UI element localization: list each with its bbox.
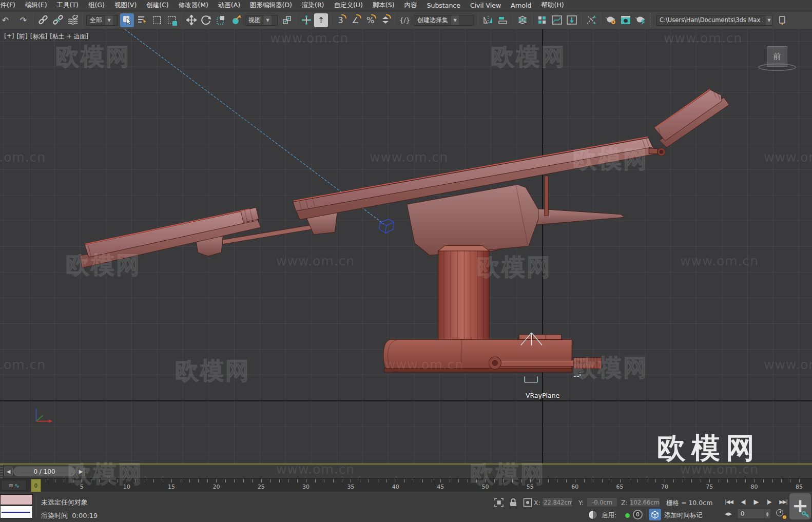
menu-item-8[interactable]: 图形编辑器(D) <box>250 1 292 10</box>
notification-icon[interactable] <box>775 13 789 27</box>
select-and-link-icon[interactable] <box>36 13 50 27</box>
x-coord-field[interactable]: -22.842cm <box>542 497 573 507</box>
viewport-menu-general[interactable]: [+] <box>4 32 14 41</box>
isolate-selection-icon[interactable] <box>494 497 504 508</box>
menu-item-6[interactable]: 修改器(M) <box>179 1 208 10</box>
bind-to-space-warp-icon[interactable] <box>66 13 80 27</box>
viewcube[interactable]: 前 <box>767 46 787 67</box>
toggle-ribbon-icon[interactable] <box>535 13 549 27</box>
track-bar[interactable]: ≡∿ 0 510152025303540455055606570758085 <box>0 478 812 492</box>
menu-item-7[interactable]: 动画(A) <box>218 1 240 10</box>
spinner-arrows[interactable]: ▲▼ <box>764 509 770 518</box>
rectangular-selection-region-icon[interactable] <box>150 13 164 27</box>
mirror-icon[interactable] <box>481 13 495 27</box>
select-by-name-icon[interactable] <box>135 13 149 27</box>
viewport-menu-shading[interactable]: [粘土 + 边面] <box>50 32 88 41</box>
key-mode-toggle[interactable]: ◀▶ <box>722 509 735 519</box>
menu-item-9[interactable]: 渲染(R) <box>302 1 324 10</box>
object-name-label[interactable]: VRayPlane <box>526 392 559 399</box>
undo-icon[interactable]: ↶ <box>2 13 15 27</box>
redo-icon[interactable]: ↷ <box>16 13 30 27</box>
select-object-button[interactable] <box>120 13 134 27</box>
scene-converter-button[interactable] <box>649 509 661 520</box>
time-configuration-button[interactable] <box>775 509 786 519</box>
z-coord-field[interactable]: 102.66cm <box>629 497 660 507</box>
frame-tick-label: 30 <box>302 484 310 490</box>
set-key-button[interactable]: + <box>789 493 811 519</box>
toolbar-separator <box>331 14 331 26</box>
keyboard-shortcut-override-toggle[interactable]: ↑ <box>314 13 328 27</box>
selection-lock-icon[interactable] <box>508 497 518 508</box>
menu-item-13[interactable]: Substance <box>427 2 460 9</box>
select-and-scale-icon[interactable] <box>214 13 228 27</box>
helper-cube[interactable] <box>379 219 394 233</box>
current-frame-marker[interactable]: 0 <box>31 479 41 492</box>
menu-item-3[interactable]: 组(G) <box>88 1 105 10</box>
menu-item-16[interactable]: 帮助(H) <box>542 1 564 10</box>
menu-item-15[interactable]: Arnold <box>511 2 531 9</box>
next-frame-arrow[interactable]: ▶ <box>76 467 85 476</box>
timeline-drag-handle[interactable] <box>0 465 4 478</box>
select-and-manipulate-icon[interactable] <box>299 13 313 27</box>
menu-item-2[interactable]: 工具(T) <box>57 1 79 10</box>
percent-snap-toggle-icon[interactable]: % <box>363 13 377 27</box>
go-to-end-button[interactable]: ▶▶| <box>776 496 790 507</box>
play-button[interactable]: ▶ <box>750 496 762 507</box>
use-pivot-point-center-icon[interactable] <box>280 13 294 27</box>
selection-filter-dropdown[interactable]: 全部▼ <box>86 15 118 26</box>
previous-frame-button[interactable]: ◀| <box>737 496 749 507</box>
align-icon[interactable] <box>496 13 510 27</box>
time-slider[interactable]: 0 / 100 <box>13 467 75 476</box>
viewport-front[interactable]: [+] [前] [标准] [粘土 + 边面] VRayPlane 前 <box>0 29 812 463</box>
absolute-mode-transform-icon[interactable] <box>523 497 533 508</box>
schematic-view-icon[interactable] <box>565 13 578 27</box>
menu-item-1[interactable]: 编辑(E) <box>25 1 47 10</box>
x-coord-label: X: <box>534 499 540 507</box>
viewport-menu-standard[interactable]: [标准] <box>30 32 47 41</box>
add-time-tag[interactable]: 添加时间标记 <box>664 511 703 520</box>
surgical-table-model[interactable] <box>80 89 729 372</box>
frame-tick <box>683 479 683 482</box>
snap-hook-icon <box>341 14 346 18</box>
viewport-menu-pov[interactable]: [前] <box>16 32 27 41</box>
window-crossing-toggle-icon[interactable] <box>165 13 179 27</box>
select-and-place-icon[interactable] <box>229 13 243 27</box>
toggle-layer-explorer-icon[interactable] <box>515 13 529 27</box>
curve-editor-icon[interactable] <box>550 13 564 27</box>
frame-tick <box>593 479 593 482</box>
reference-coordinate-system-dropdown[interactable]: 视图▼ <box>245 15 278 26</box>
maxscript-mini-listener[interactable] <box>0 506 33 518</box>
menu-item-14[interactable]: Civil View <box>470 2 501 9</box>
go-to-start-button[interactable]: |◀◀ <box>722 496 736 507</box>
macro-recorder-field[interactable] <box>0 494 33 505</box>
unlink-icon[interactable] <box>51 13 65 27</box>
frame-tick <box>763 479 764 482</box>
snaps-toggle-icon[interactable]: 3 <box>334 13 347 27</box>
current-frame-field[interactable]: 0▲▼ <box>737 509 771 519</box>
frame-tick-label: 50 <box>482 484 489 490</box>
material-editor-icon[interactable] <box>584 13 598 27</box>
rendered-frame-window-icon[interactable] <box>618 13 632 27</box>
menu-item-10[interactable]: 自定义(U) <box>334 1 362 10</box>
notification-count-badge[interactable]: 0 <box>633 510 643 519</box>
menu-item-4[interactable]: 视图(V) <box>114 1 137 10</box>
render-production-icon[interactable] <box>633 13 647 27</box>
render-setup-icon[interactable] <box>604 13 617 27</box>
y-coord-field[interactable]: -0.0cm <box>587 497 617 507</box>
frame-tick <box>521 479 521 482</box>
edit-named-selection-sets-icon[interactable]: {∕} <box>398 13 412 27</box>
safe-scene-shield-icon[interactable] <box>588 510 597 519</box>
named-selection-sets-dropdown[interactable]: 创建选择集▼ <box>414 15 474 26</box>
project-folder-dropdown[interactable]: C:\Users\Han\Documents\3ds Max 2022▼ <box>656 15 773 26</box>
model-canvas[interactable] <box>0 29 812 463</box>
select-and-move-icon[interactable] <box>184 13 198 27</box>
menu-item-12[interactable]: 内容 <box>404 1 417 10</box>
menu-item-11[interactable]: 脚本(S) <box>373 1 395 10</box>
select-and-rotate-icon[interactable] <box>199 13 213 27</box>
menu-item-0[interactable]: 文件(F) <box>0 1 15 10</box>
menu-item-5[interactable]: 创建(C) <box>146 1 168 10</box>
previous-frame-arrow[interactable]: ◀ <box>4 467 13 476</box>
next-frame-button[interactable]: |▶ <box>763 496 775 507</box>
angle-snap-toggle-icon[interactable]: ∠ <box>349 13 362 27</box>
spinner-snap-toggle-icon[interactable] <box>378 13 392 27</box>
